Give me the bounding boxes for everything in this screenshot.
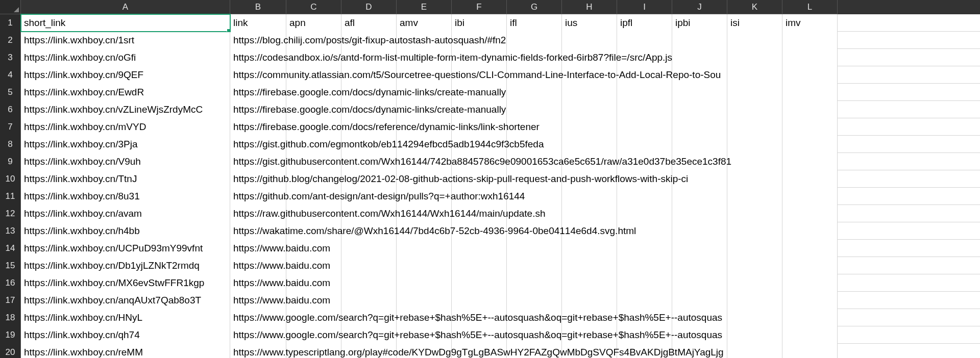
cell-A14[interactable]: https://link.wxhboy.cn/UCPuD93mY99vfnt	[21, 240, 230, 257]
cell-J13[interactable]	[672, 222, 727, 240]
row-header[interactable]: 20	[0, 344, 21, 358]
row-header[interactable]: 8	[0, 136, 21, 153]
cell-A20[interactable]: https://link.wxhboy.cn/reMM	[21, 344, 230, 358]
cell-E14[interactable]	[397, 240, 452, 257]
cell-J11[interactable]	[672, 188, 727, 205]
cell-L10[interactable]	[782, 170, 838, 188]
column-header-I[interactable]: I	[617, 0, 672, 14]
cell-I7[interactable]	[617, 118, 672, 136]
cell-F16[interactable]	[452, 274, 507, 292]
cell-B14[interactable]: https://www.baidu.com	[230, 240, 286, 257]
cell-L14[interactable]	[782, 240, 838, 257]
cell-L9[interactable]	[782, 153, 838, 170]
cell-K8[interactable]	[727, 136, 782, 153]
cell-E15[interactable]	[397, 257, 452, 274]
cell-B16[interactable]: https://www.baidu.com	[230, 274, 286, 292]
cell-I14[interactable]	[617, 240, 672, 257]
column-header-J[interactable]: J	[672, 0, 727, 14]
cell-F14[interactable]	[452, 240, 507, 257]
cell-I12[interactable]	[617, 205, 672, 222]
cell-A4[interactable]: https://link.wxhboy.cn/9QEF	[21, 66, 230, 84]
cell-F17[interactable]	[452, 292, 507, 309]
cell-E1[interactable]: amv	[397, 14, 452, 32]
cell-D16[interactable]	[341, 274, 397, 292]
cell-L8[interactable]	[782, 136, 838, 153]
cell-K3[interactable]	[727, 49, 782, 66]
row-header[interactable]: 17	[0, 292, 21, 309]
cell-L12[interactable]	[782, 205, 838, 222]
row-header[interactable]: 2	[0, 32, 21, 49]
cell-L13[interactable]	[782, 222, 838, 240]
cell-B7[interactable]: https://firebase.google.com/docs/referen…	[230, 118, 286, 136]
row-header[interactable]: 5	[0, 84, 21, 101]
cell-B1[interactable]: link	[230, 14, 286, 32]
cell-K1[interactable]: isi	[727, 14, 782, 32]
cell-H5[interactable]	[562, 84, 617, 101]
cell-H14[interactable]	[562, 240, 617, 257]
cell-B20[interactable]: https://www.typescriptlang.org/play#code…	[230, 344, 286, 358]
cell-A16[interactable]: https://link.wxhboy.cn/MX6evStwFFR1kgp	[21, 274, 230, 292]
cell-I17[interactable]	[617, 292, 672, 309]
cell-K19[interactable]	[727, 326, 782, 344]
cell-K15[interactable]	[727, 257, 782, 274]
cell-A2[interactable]: https://link.wxhboy.cn/1srt	[21, 32, 230, 49]
cell-D14[interactable]	[341, 240, 397, 257]
cell-D15[interactable]	[341, 257, 397, 274]
cell-A19[interactable]: https://link.wxhboy.cn/qh74	[21, 326, 230, 344]
row-header[interactable]: 11	[0, 188, 21, 205]
cell-K12[interactable]	[727, 205, 782, 222]
cell-B4[interactable]: https://community.atlassian.com/t5/Sourc…	[230, 66, 286, 84]
cell-B19[interactable]: https://www.google.com/search?q=git+reba…	[230, 326, 286, 344]
cell-B15[interactable]: https://www.baidu.com	[230, 257, 286, 274]
cell-L20[interactable]	[782, 344, 838, 358]
cell-L15[interactable]	[782, 257, 838, 274]
cell-L6[interactable]	[782, 101, 838, 118]
cell-G2[interactable]	[507, 32, 562, 49]
cell-K17[interactable]	[727, 292, 782, 309]
cell-J1[interactable]: ipbi	[672, 14, 727, 32]
row-header[interactable]: 12	[0, 205, 21, 222]
column-header-H[interactable]: H	[562, 0, 617, 14]
cell-A7[interactable]: https://link.wxhboy.cn/mVYD	[21, 118, 230, 136]
cell-A3[interactable]: https://link.wxhboy.cn/oGfi	[21, 49, 230, 66]
cell-J12[interactable]	[672, 205, 727, 222]
cell-H1[interactable]: ius	[562, 14, 617, 32]
cell-K14[interactable]	[727, 240, 782, 257]
row-header[interactable]: 18	[0, 309, 21, 326]
cell-I2[interactable]	[617, 32, 672, 49]
cell-J8[interactable]	[672, 136, 727, 153]
cell-I6[interactable]	[617, 101, 672, 118]
row-header[interactable]: 15	[0, 257, 21, 274]
cell-L3[interactable]	[782, 49, 838, 66]
cell-H7[interactable]	[562, 118, 617, 136]
cell-A12[interactable]: https://link.wxhboy.cn/avam	[21, 205, 230, 222]
cell-L16[interactable]	[782, 274, 838, 292]
cell-G16[interactable]	[507, 274, 562, 292]
cell-A5[interactable]: https://link.wxhboy.cn/EwdR	[21, 84, 230, 101]
cell-L11[interactable]	[782, 188, 838, 205]
cell-J3[interactable]	[672, 49, 727, 66]
column-header-E[interactable]: E	[397, 0, 452, 14]
cell-G5[interactable]	[507, 84, 562, 101]
cell-F1[interactable]: ibi	[452, 14, 507, 32]
cell-B6[interactable]: https://firebase.google.com/docs/dynamic…	[230, 101, 286, 118]
cell-K7[interactable]	[727, 118, 782, 136]
cell-A10[interactable]: https://link.wxhboy.cn/TtnJ	[21, 170, 230, 188]
cell-B8[interactable]: https://gist.github.com/egmontkob/eb1142…	[230, 136, 286, 153]
cell-K11[interactable]	[727, 188, 782, 205]
cell-J15[interactable]	[672, 257, 727, 274]
cell-K18[interactable]	[727, 309, 782, 326]
column-header-B[interactable]: B	[230, 0, 286, 14]
cell-K6[interactable]	[727, 101, 782, 118]
cell-E16[interactable]	[397, 274, 452, 292]
cell-B13[interactable]: https://wakatime.com/share/@Wxh16144/7bd…	[230, 222, 286, 240]
cell-L19[interactable]	[782, 326, 838, 344]
select-all-corner[interactable]	[0, 0, 21, 14]
cell-J14[interactable]	[672, 240, 727, 257]
cell-A18[interactable]: https://link.wxhboy.cn/HNyL	[21, 309, 230, 326]
cell-B12[interactable]: https://raw.githubusercontent.com/Wxh161…	[230, 205, 286, 222]
cell-B9[interactable]: https://gist.githubusercontent.com/Wxh16…	[230, 153, 286, 170]
column-header-F[interactable]: F	[452, 0, 507, 14]
cell-B2[interactable]: https://blog.chilij.com/posts/git-fixup-…	[230, 32, 286, 49]
cell-C1[interactable]: apn	[286, 14, 341, 32]
